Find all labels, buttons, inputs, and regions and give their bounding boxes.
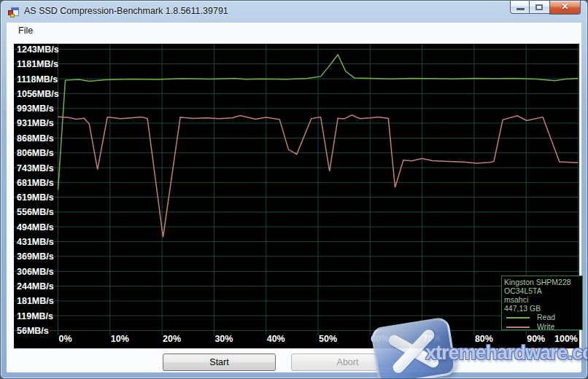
benchmark-chart: 1243MB/s1181MB/s1118MB/s1056MB/s993MB/s9… [14,44,579,348]
svg-text:40%: 40% [267,334,285,344]
legend-capacity: 447,13 GB [504,304,582,313]
start-button[interactable]: Start [163,353,276,371]
svg-text:556MB/s: 556MB/s [17,207,54,217]
menu-item-file[interactable]: File [13,23,38,39]
legend-label: Write [537,322,554,330]
client-area: File 1243MB/s1181MB/s1118MB/s1056MB/s993… [7,23,581,372]
svg-text:0%: 0% [59,334,72,344]
legend-device: Kingston SHPM228 [504,278,582,286]
chart-legend: Kingston SHPM228 OC34L5TA msahci 447,13 … [501,276,583,330]
legend-entry-read: Read [504,313,582,322]
legend-driver: msahci [504,295,582,304]
svg-text:369MB/s: 369MB/s [17,251,54,262]
read-line-sample [506,317,530,319]
maximize-button[interactable] [530,1,549,14]
svg-text:743MB/s: 743MB/s [17,163,54,173]
close-button[interactable]: ✕ [549,1,581,15]
svg-text:494MB/s: 494MB/s [17,222,54,233]
svg-text:181MB/s: 181MB/s [17,296,54,306]
svg-text:50%: 50% [319,334,337,344]
svg-text:993MB/s: 993MB/s [17,103,54,114]
svg-text:1118MB/s: 1118MB/s [17,74,58,85]
menu-bar: File [7,23,581,40]
svg-text:10%: 10% [111,334,129,344]
svg-text:1056MB/s: 1056MB/s [17,89,59,99]
svg-text:30%: 30% [214,334,233,344]
svg-text:119MB/s: 119MB/s [17,311,53,321]
window-title: AS SSD Compression-Benchmark 1.8.5611.39… [24,6,228,16]
svg-text:1181MB/s: 1181MB/s [17,59,58,69]
minimize-icon [517,8,525,10]
svg-text:20%: 20% [163,334,181,344]
minimize-button[interactable] [510,1,530,14]
maximize-icon [535,4,543,10]
svg-text:431MB/s: 431MB/s [17,237,54,247]
legend-entry-write: Write [504,322,582,330]
svg-text:244MB/s: 244MB/s [17,281,54,292]
svg-text:868MB/s: 868MB/s [17,133,54,144]
write-line-sample [506,327,530,328]
chart-canvas: 1243MB/s1181MB/s1118MB/s1056MB/s993MB/s9… [14,44,579,348]
svg-text:806MB/s: 806MB/s [17,148,54,158]
app-window: AS SSD Compression-Benchmark 1.8.5611.39… [0,0,588,379]
watermark-text: xtremehardware.com [425,342,588,364]
app-icon [8,7,20,18]
title-bar[interactable]: AS SSD Compression-Benchmark 1.8.5611.39… [1,1,587,23]
svg-text:619MB/s: 619MB/s [17,192,54,203]
legend-label: Read [537,313,555,321]
svg-text:931MB/s: 931MB/s [17,118,54,128]
svg-text:306MB/s: 306MB/s [17,267,54,277]
legend-firmware: OC34L5TA [504,286,582,295]
svg-text:1243MB/s: 1243MB/s [17,44,59,55]
svg-text:56MB/s: 56MB/s [17,326,49,336]
caption-buttons: ✕ [510,1,581,15]
svg-text:681MB/s: 681MB/s [17,178,54,188]
